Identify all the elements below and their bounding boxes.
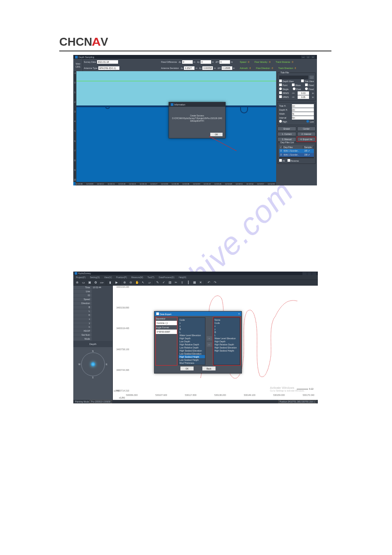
single-radio[interactable] (279, 87, 282, 90)
list-item[interactable]: High Depth (214, 340, 240, 343)
list-item[interactable]: y (179, 324, 205, 327)
close-button[interactable]: × (311, 55, 315, 58)
area-icon[interactable]: ▨ (168, 280, 172, 285)
list-item[interactable]: Low Depth (179, 340, 205, 343)
menu-item[interactable]: Project(F) (76, 276, 86, 279)
check-icon[interactable]: ✓ (162, 280, 166, 285)
available-fields-list[interactable]: CodexyBLWater Level ElevationHigh DepthL… (178, 317, 205, 365)
tide-view-checkbox[interactable] (301, 80, 304, 82)
select-icon[interactable]: ▱ (147, 280, 151, 285)
add-field-button[interactable]: → (207, 336, 212, 341)
survey-date-input[interactable] (97, 60, 118, 64)
dialog-close-button[interactable]: × (238, 312, 240, 315)
cut-icon[interactable]: ✂ (174, 280, 178, 285)
separator-select[interactable] (156, 321, 177, 325)
grid-icon[interactable]: ▦ (192, 280, 197, 285)
width-select[interactable] (292, 112, 314, 116)
list-item[interactable]: Low Seabed Height (179, 358, 205, 361)
wave-checkbox[interactable] (292, 83, 295, 86)
pan-icon[interactable]: ✋ (135, 280, 139, 285)
list-item[interactable]: High Seabed Elevation (214, 346, 240, 349)
dep-files-list[interactable]: √Dep FilesSample ☑组线 1 Sounder...185 ✔ ☑… (279, 145, 314, 158)
dx2-input[interactable] (184, 66, 194, 70)
menu-item[interactable]: View(V) (104, 276, 111, 279)
play-icon[interactable]: ▶ (114, 280, 119, 285)
dialog-ok-button[interactable]: OK (210, 133, 223, 136)
menu-item[interactable]: Setting(S) (90, 276, 100, 279)
view-button[interactable]: View (76, 62, 80, 65)
text-icon[interactable]: T (180, 280, 184, 285)
eraser-button[interactable]: Eraser (277, 127, 296, 131)
record-icon[interactable]: ▮ (108, 280, 112, 285)
list-row[interactable]: ☑组线 1 Sounder...185 ✔ (279, 149, 314, 153)
list-item[interactable]: L (214, 334, 240, 337)
delete-icon[interactable]: ✕ (198, 280, 203, 285)
manual-button[interactable]: 3. Manual (277, 137, 296, 141)
dx-input[interactable] (182, 60, 193, 64)
minimize-button[interactable]: — (301, 55, 306, 58)
save-icon[interactable]: ▣ (87, 280, 92, 285)
back-button[interactable]: Back (202, 366, 216, 370)
list-item[interactable]: High Relative Depth (214, 343, 240, 346)
list-item[interactable]: High Seabed Height (179, 355, 205, 358)
remove-field-button[interactable]: ← (207, 342, 212, 347)
zoom-in-icon[interactable]: ⊕ (122, 280, 127, 285)
pointer-icon[interactable]: ↖ (141, 280, 145, 285)
menu-item[interactable]: DataProcess(D) (159, 276, 175, 279)
menu-item[interactable]: Tool(T) (147, 276, 155, 279)
folder-icon[interactable]: ▭ (81, 280, 86, 285)
correct-button[interactable]: 1. Correct (277, 132, 296, 136)
minimize-button[interactable] (302, 272, 307, 275)
list-item[interactable]: Code (214, 321, 240, 324)
fixed-checkbox[interactable] (305, 83, 308, 86)
list-item[interactable]: x (214, 324, 240, 327)
hrms-input[interactable] (298, 91, 309, 95)
list-item[interactable]: B (214, 330, 240, 334)
ruler-icon[interactable]: ┃ (186, 280, 191, 285)
list-item[interactable]: High Seabed Height (214, 349, 240, 352)
browse-button[interactable]: ... (309, 76, 314, 79)
dy2-input[interactable] (202, 66, 213, 70)
reverse-checkbox[interactable] (288, 159, 290, 162)
list-item[interactable]: Water Level Elevation (179, 334, 205, 337)
list-item[interactable]: Low Seabed Elevation (179, 352, 205, 355)
close-button[interactable] (312, 272, 316, 275)
list-item[interactable]: y (214, 327, 240, 330)
tide-file-input[interactable] (279, 76, 308, 79)
dh-input[interactable] (219, 60, 230, 64)
list-item[interactable]: High Depth (179, 337, 205, 340)
angle-format-select[interactable] (156, 330, 177, 334)
list-item[interactable]: High Seabed Elevation (179, 349, 205, 352)
zoom-out-icon[interactable]: ⊖ (129, 280, 133, 285)
list-item[interactable]: Water Level Elevation (214, 337, 240, 340)
list-item[interactable]: Mud Thickness (179, 361, 205, 364)
list-item[interactable]: High Relative Depth (179, 343, 205, 346)
tideh-select[interactable] (292, 104, 314, 108)
gear-icon[interactable]: ✿ (94, 280, 98, 285)
selected-fields-list[interactable]: NameCodexyBLWater Level ElevationHigh De… (213, 317, 241, 365)
dxf-icon[interactable]: DXF (100, 280, 104, 285)
point-checkbox[interactable] (279, 83, 282, 86)
globe-icon[interactable]: ⊕ (75, 280, 79, 285)
high-radio[interactable] (279, 120, 282, 123)
float-radio[interactable] (293, 87, 295, 90)
menu-item[interactable]: Measure(M) (131, 276, 143, 279)
list-item[interactable]: Low Relative Depth (179, 346, 205, 349)
undo-icon[interactable]: ↶ (207, 280, 211, 285)
all-checkbox[interactable] (279, 159, 282, 162)
vrms-checkbox[interactable] (279, 95, 282, 98)
fixed-radio[interactable] (305, 87, 308, 90)
dy-input[interactable] (201, 60, 211, 64)
center-button[interactable]: Center (297, 127, 316, 131)
maximize-button[interactable]: □ (306, 55, 310, 58)
menu-item[interactable]: Position(P) (116, 276, 127, 279)
crs-button[interactable]: CRS (76, 65, 80, 68)
export-htt-button[interactable]: 4. Export htt (297, 137, 316, 141)
depth-view-checkbox[interactable] (279, 80, 282, 82)
low-radio[interactable] (306, 120, 309, 123)
dh2-input[interactable] (222, 66, 232, 70)
ok-button[interactable]: OK (180, 366, 194, 370)
redo-icon[interactable]: ↷ (213, 280, 217, 285)
depthh-select[interactable] (292, 108, 314, 112)
antenna-type-select[interactable] (98, 66, 119, 70)
